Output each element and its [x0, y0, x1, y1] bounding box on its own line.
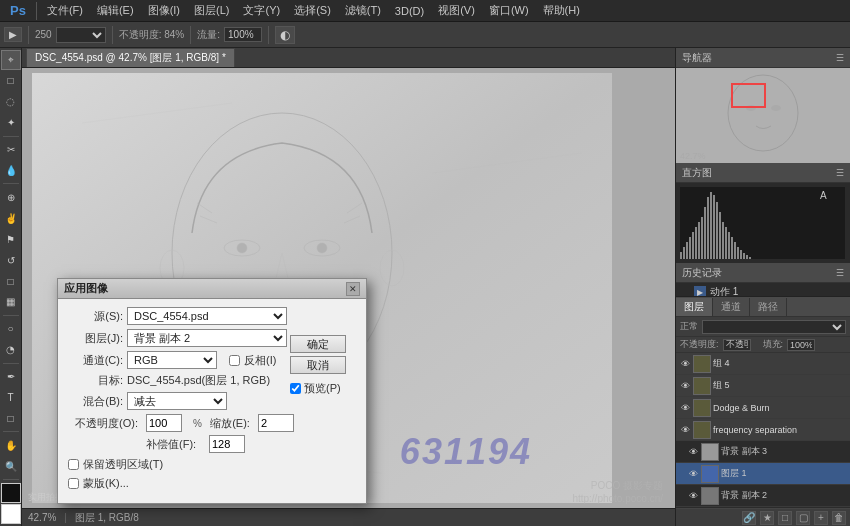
layer-eye-0[interactable]: 👁: [679, 358, 691, 370]
scale-input[interactable]: [258, 414, 294, 432]
scale-label: 缩放(E):: [210, 416, 250, 431]
svg-rect-24: [686, 242, 688, 259]
layer-select[interactable]: 背景 副本 2: [127, 329, 287, 347]
layer-eye-4[interactable]: 👁: [687, 446, 699, 458]
blend-mode-select[interactable]: [702, 320, 846, 334]
hand-tool[interactable]: ✋: [1, 435, 21, 455]
menu-image[interactable]: 图像(I): [142, 1, 186, 20]
menu-3d[interactable]: 3D(D): [389, 3, 430, 19]
target-label: 目标:: [68, 373, 123, 388]
canvas-tab-active[interactable]: DSC_4554.psd @ 42.7% [图层 1, RGB/8] *: [26, 48, 235, 67]
svg-rect-32: [710, 192, 712, 259]
source-select[interactable]: DSC_4554.psd: [127, 307, 287, 325]
layer-thumb-4: [701, 443, 719, 461]
svg-rect-25: [689, 237, 691, 259]
svg-rect-22: [680, 252, 682, 259]
opacity-input[interactable]: [723, 339, 751, 351]
layer-item-5[interactable]: 👁图层 1: [676, 463, 850, 485]
tab-paths[interactable]: 路径: [750, 298, 787, 316]
eyedropper-tool[interactable]: 💧: [1, 161, 21, 181]
brush-tool[interactable]: ✌: [1, 208, 21, 228]
preview-checkbox[interactable]: [290, 383, 301, 394]
canvas-area: DSC_4554.psd @ 42.7% [图层 1, RGB/8] *: [22, 48, 675, 526]
layer-item-2[interactable]: 👁Dodge & Burn: [676, 397, 850, 419]
fill-label: 填充:: [763, 338, 784, 351]
layer-eye-5[interactable]: 👁: [687, 468, 699, 480]
menu-text[interactable]: 文字(Y): [237, 1, 286, 20]
move-tool[interactable]: ⌖: [1, 50, 21, 70]
menu-window[interactable]: 窗口(W): [483, 1, 535, 20]
layer-item-6[interactable]: 👁背景 副本 2: [676, 485, 850, 507]
layer-eye-1[interactable]: 👁: [679, 380, 691, 392]
brush-size[interactable]: [56, 27, 106, 43]
layer-item-4[interactable]: 👁背景 副本 3: [676, 441, 850, 463]
history-title: 历史记录: [682, 266, 722, 280]
text-tool[interactable]: T: [1, 388, 21, 408]
airbrush-toggle[interactable]: ◐: [275, 26, 295, 44]
canvas-content[interactable]: 631194 POCO 摄影专题 http://photo.poco.cn/ 实…: [22, 68, 675, 526]
menu-edit[interactable]: 编辑(E): [91, 1, 140, 20]
brush-tool-options[interactable]: ▶: [4, 27, 22, 42]
zoom-tool[interactable]: 🔍: [1, 456, 21, 476]
canvas-tab-bar: DSC_4554.psd @ 42.7% [图层 1, RGB/8] *: [22, 48, 675, 68]
add-mask-btn[interactable]: □: [778, 511, 792, 525]
crop-tool[interactable]: ✂: [1, 140, 21, 160]
link-layers-btn[interactable]: 🔗: [742, 511, 756, 525]
histogram-menu-icon[interactable]: ☰: [836, 168, 844, 178]
layer-eye-3[interactable]: 👁: [679, 424, 691, 436]
magic-wand-tool[interactable]: ✦: [1, 113, 21, 133]
fill-input[interactable]: [787, 339, 815, 351]
navigator-menu-icon[interactable]: ☰: [836, 53, 844, 63]
menu-view[interactable]: 视图(V): [432, 1, 481, 20]
svg-rect-17: [676, 68, 850, 163]
new-group-btn[interactable]: ▢: [796, 511, 810, 525]
layer-item-3[interactable]: 👁frequency separation: [676, 419, 850, 441]
new-layer-btn[interactable]: +: [814, 511, 828, 525]
ok-button[interactable]: 确定: [290, 335, 346, 353]
mask-checkbox[interactable]: [68, 478, 79, 489]
gradient-tool[interactable]: ▦: [1, 292, 21, 312]
menu-layer[interactable]: 图层(L): [188, 1, 235, 20]
dialog-source-row: 源(S): DSC_4554.psd: [68, 307, 356, 325]
select-tool[interactable]: □: [1, 71, 21, 91]
menu-filter[interactable]: 滤镜(T): [339, 1, 387, 20]
clone-tool[interactable]: ⚑: [1, 229, 21, 249]
preserve-trans-checkbox[interactable]: [68, 459, 79, 470]
layer-eye-2[interactable]: 👁: [679, 402, 691, 414]
flow-input[interactable]: [224, 27, 262, 42]
menu-help[interactable]: 帮助(H): [537, 1, 586, 20]
menu-file[interactable]: 文件(F): [41, 1, 89, 20]
heal-tool[interactable]: ⊕: [1, 187, 21, 207]
opacity-input[interactable]: [146, 414, 182, 432]
dialog-close-button[interactable]: ✕: [346, 282, 360, 296]
layer-name-3: frequency separation: [713, 425, 847, 435]
shape-tool[interactable]: □: [1, 409, 21, 429]
history-menu-icon[interactable]: ☰: [836, 268, 844, 278]
layer-thumb-5: [701, 465, 719, 483]
offset-input[interactable]: [209, 435, 245, 453]
cancel-button[interactable]: 取消: [290, 356, 346, 374]
lasso-tool[interactable]: ◌: [1, 92, 21, 112]
pen-tool[interactable]: ✒: [1, 367, 21, 387]
history-header[interactable]: 历史记录 ☰: [676, 263, 850, 283]
invert-checkbox[interactable]: [229, 355, 240, 366]
tab-layers[interactable]: 图层: [676, 298, 713, 316]
history-brush-tool[interactable]: ↺: [1, 250, 21, 270]
navigator-header[interactable]: 导航器 ☰: [676, 48, 850, 68]
histogram-header[interactable]: 直方图 ☰: [676, 163, 850, 183]
bg-color[interactable]: [1, 504, 21, 524]
menu-select[interactable]: 选择(S): [288, 1, 337, 20]
dodge-tool[interactable]: ◔: [1, 340, 21, 360]
tab-channels[interactable]: 通道: [713, 298, 750, 316]
layer-item-1[interactable]: 👁组 5: [676, 375, 850, 397]
delete-layer-btn[interactable]: 🗑: [832, 511, 846, 525]
fg-color[interactable]: [1, 483, 21, 503]
eraser-tool[interactable]: □: [1, 271, 21, 291]
dialog-title-bar[interactable]: 应用图像 ✕: [58, 279, 366, 299]
blending-select[interactable]: 减去: [127, 392, 227, 410]
layer-eye-6[interactable]: 👁: [687, 490, 699, 502]
add-style-btn[interactable]: ★: [760, 511, 774, 525]
channel-select[interactable]: RGB: [127, 351, 217, 369]
blur-tool[interactable]: ○: [1, 319, 21, 339]
layer-item-0[interactable]: 👁组 4: [676, 353, 850, 375]
